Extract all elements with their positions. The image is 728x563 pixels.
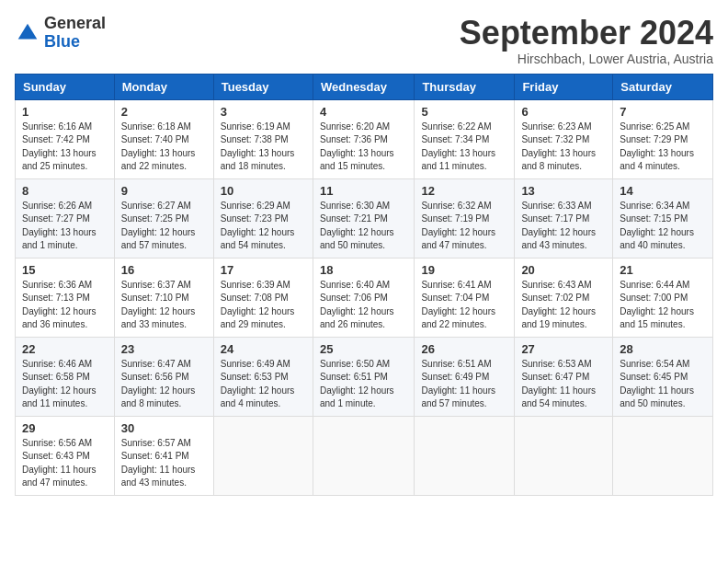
day-number: 23 — [121, 342, 207, 356]
day-info: Sunrise: 6:40 AM Sunset: 7:06 PM Dayligh… — [320, 279, 407, 332]
day-of-week-header: Wednesday — [313, 74, 414, 99]
day-number: 4 — [320, 105, 407, 119]
day-of-week-header: Thursday — [415, 74, 515, 99]
day-info: Sunrise: 6:46 AM Sunset: 6:58 PM Dayligh… — [22, 358, 108, 411]
calendar-cell: 19 Sunrise: 6:41 AM Sunset: 7:04 PM Dayl… — [415, 258, 515, 337]
calendar-cell: 25 Sunrise: 6:50 AM Sunset: 6:51 PM Dayl… — [313, 337, 414, 416]
calendar-cell: 30 Sunrise: 6:57 AM Sunset: 6:41 PM Dayl… — [114, 416, 213, 495]
day-info: Sunrise: 6:25 AM Sunset: 7:29 PM Dayligh… — [620, 121, 706, 174]
day-info: Sunrise: 6:34 AM Sunset: 7:15 PM Dayligh… — [620, 200, 706, 253]
logo: General Blue — [15, 15, 106, 52]
calendar-cell: 16 Sunrise: 6:37 AM Sunset: 7:10 PM Dayl… — [114, 258, 213, 337]
day-info: Sunrise: 6:23 AM Sunset: 7:32 PM Dayligh… — [521, 121, 606, 174]
calendar-cell — [515, 416, 613, 495]
day-number: 9 — [121, 184, 207, 198]
calendar-cell: 14 Sunrise: 6:34 AM Sunset: 7:15 PM Dayl… — [613, 178, 713, 258]
day-info: Sunrise: 6:47 AM Sunset: 6:56 PM Dayligh… — [121, 358, 207, 411]
day-number: 19 — [421, 263, 507, 277]
day-of-week-header: Sunday — [16, 74, 115, 99]
day-number: 26 — [421, 342, 507, 356]
calendar-cell: 29 Sunrise: 6:56 AM Sunset: 6:43 PM Dayl… — [16, 416, 115, 495]
day-info: Sunrise: 6:50 AM Sunset: 6:51 PM Dayligh… — [320, 358, 407, 411]
calendar-cell: 18 Sunrise: 6:40 AM Sunset: 7:06 PM Dayl… — [313, 258, 414, 337]
day-info: Sunrise: 6:51 AM Sunset: 6:49 PM Dayligh… — [421, 358, 507, 411]
day-info: Sunrise: 6:41 AM Sunset: 7:04 PM Dayligh… — [421, 279, 507, 332]
day-info: Sunrise: 6:32 AM Sunset: 7:19 PM Dayligh… — [421, 200, 507, 253]
logo-icon — [15, 20, 40, 46]
calendar-cell: 20 Sunrise: 6:43 AM Sunset: 7:02 PM Dayl… — [515, 258, 613, 337]
calendar-week-row: 8 Sunrise: 6:26 AM Sunset: 7:27 PM Dayli… — [16, 178, 713, 258]
calendar-cell: 9 Sunrise: 6:27 AM Sunset: 7:25 PM Dayli… — [114, 178, 213, 258]
title-section: September 2024 Hirschbach, Lower Austria… — [460, 15, 713, 66]
day-info: Sunrise: 6:56 AM Sunset: 6:43 PM Dayligh… — [22, 437, 108, 490]
day-info: Sunrise: 6:27 AM Sunset: 7:25 PM Dayligh… — [121, 200, 207, 253]
calendar-cell: 2 Sunrise: 6:18 AM Sunset: 7:40 PM Dayli… — [114, 99, 213, 178]
calendar-table: SundayMondayTuesdayWednesdayThursdayFrid… — [15, 74, 713, 496]
day-info: Sunrise: 6:44 AM Sunset: 7:00 PM Dayligh… — [620, 279, 706, 332]
day-info: Sunrise: 6:53 AM Sunset: 6:47 PM Dayligh… — [521, 358, 606, 411]
day-of-week-header: Tuesday — [213, 74, 313, 99]
calendar-cell — [313, 416, 414, 495]
day-number: 18 — [320, 263, 407, 277]
day-of-week-header: Friday — [515, 74, 613, 99]
day-info: Sunrise: 6:37 AM Sunset: 7:10 PM Dayligh… — [121, 279, 207, 332]
page-header: General Blue September 2024 Hirschbach, … — [15, 15, 713, 66]
day-number: 7 — [620, 105, 706, 119]
calendar-cell: 12 Sunrise: 6:32 AM Sunset: 7:19 PM Dayl… — [415, 178, 515, 258]
calendar-header-row: SundayMondayTuesdayWednesdayThursdayFrid… — [16, 74, 713, 99]
calendar-cell: 24 Sunrise: 6:49 AM Sunset: 6:53 PM Dayl… — [213, 337, 313, 416]
day-info: Sunrise: 6:16 AM Sunset: 7:42 PM Dayligh… — [22, 121, 108, 174]
day-number: 11 — [320, 184, 407, 198]
calendar-cell: 11 Sunrise: 6:30 AM Sunset: 7:21 PM Dayl… — [313, 178, 414, 258]
calendar-cell: 4 Sunrise: 6:20 AM Sunset: 7:36 PM Dayli… — [313, 99, 414, 178]
day-of-week-header: Saturday — [613, 74, 713, 99]
day-number: 3 — [221, 105, 306, 119]
calendar-week-row: 22 Sunrise: 6:46 AM Sunset: 6:58 PM Dayl… — [16, 337, 713, 416]
calendar-cell — [613, 416, 713, 495]
day-number: 22 — [22, 342, 108, 356]
day-number: 12 — [421, 184, 507, 198]
day-info: Sunrise: 6:20 AM Sunset: 7:36 PM Dayligh… — [320, 121, 407, 174]
calendar-cell: 7 Sunrise: 6:25 AM Sunset: 7:29 PM Dayli… — [613, 99, 713, 178]
day-info: Sunrise: 6:33 AM Sunset: 7:17 PM Dayligh… — [521, 200, 606, 253]
calendar-cell: 5 Sunrise: 6:22 AM Sunset: 7:34 PM Dayli… — [415, 99, 515, 178]
day-number: 15 — [22, 263, 108, 277]
day-number: 29 — [22, 421, 108, 435]
calendar-cell: 6 Sunrise: 6:23 AM Sunset: 7:32 PM Dayli… — [515, 99, 613, 178]
calendar-cell: 26 Sunrise: 6:51 AM Sunset: 6:49 PM Dayl… — [415, 337, 515, 416]
day-number: 24 — [221, 342, 306, 356]
day-number: 16 — [121, 263, 207, 277]
day-info: Sunrise: 6:54 AM Sunset: 6:45 PM Dayligh… — [620, 358, 706, 411]
calendar-cell: 15 Sunrise: 6:36 AM Sunset: 7:13 PM Dayl… — [16, 258, 115, 337]
day-info: Sunrise: 6:29 AM Sunset: 7:23 PM Dayligh… — [221, 200, 306, 253]
calendar-cell: 1 Sunrise: 6:16 AM Sunset: 7:42 PM Dayli… — [16, 99, 115, 178]
day-number: 30 — [121, 421, 207, 435]
day-info: Sunrise: 6:43 AM Sunset: 7:02 PM Dayligh… — [521, 279, 606, 332]
day-number: 14 — [620, 184, 706, 198]
day-info: Sunrise: 6:57 AM Sunset: 6:41 PM Dayligh… — [121, 437, 207, 490]
day-info: Sunrise: 6:19 AM Sunset: 7:38 PM Dayligh… — [221, 121, 306, 174]
calendar-cell: 10 Sunrise: 6:29 AM Sunset: 7:23 PM Dayl… — [213, 178, 313, 258]
calendar-cell: 21 Sunrise: 6:44 AM Sunset: 7:00 PM Dayl… — [613, 258, 713, 337]
day-number: 5 — [421, 105, 507, 119]
calendar-cell: 28 Sunrise: 6:54 AM Sunset: 6:45 PM Dayl… — [613, 337, 713, 416]
day-number: 28 — [620, 342, 706, 356]
day-number: 20 — [521, 263, 606, 277]
day-number: 27 — [521, 342, 606, 356]
day-number: 1 — [22, 105, 108, 119]
svg-marker-1 — [20, 27, 36, 37]
calendar-week-row: 15 Sunrise: 6:36 AM Sunset: 7:13 PM Dayl… — [16, 258, 713, 337]
day-of-week-header: Monday — [114, 74, 213, 99]
day-info: Sunrise: 6:22 AM Sunset: 7:34 PM Dayligh… — [421, 121, 507, 174]
day-info: Sunrise: 6:18 AM Sunset: 7:40 PM Dayligh… — [121, 121, 207, 174]
month-title: September 2024 — [460, 15, 713, 52]
calendar-cell: 27 Sunrise: 6:53 AM Sunset: 6:47 PM Dayl… — [515, 337, 613, 416]
calendar-cell: 3 Sunrise: 6:19 AM Sunset: 7:38 PM Dayli… — [213, 99, 313, 178]
calendar-cell: 13 Sunrise: 6:33 AM Sunset: 7:17 PM Dayl… — [515, 178, 613, 258]
day-number: 17 — [221, 263, 306, 277]
day-number: 25 — [320, 342, 407, 356]
calendar-week-row: 29 Sunrise: 6:56 AM Sunset: 6:43 PM Dayl… — [16, 416, 713, 495]
location: Hirschbach, Lower Austria, Austria — [460, 52, 713, 66]
calendar-cell: 17 Sunrise: 6:39 AM Sunset: 7:08 PM Dayl… — [213, 258, 313, 337]
calendar-cell: 8 Sunrise: 6:26 AM Sunset: 7:27 PM Dayli… — [16, 178, 115, 258]
